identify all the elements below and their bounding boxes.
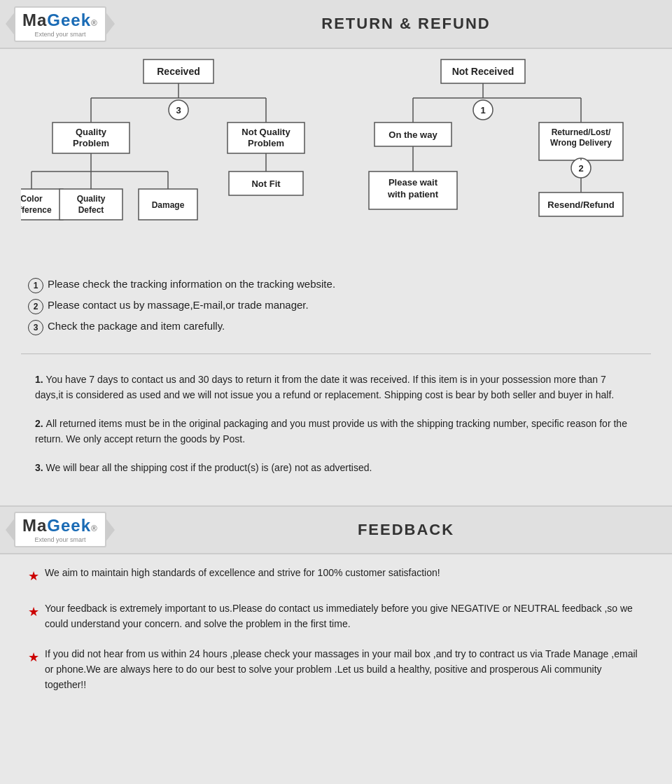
svg-text:Quality: Quality [77, 194, 106, 204]
point-text-2: Please contact us by massage,E-mail,or t… [48, 298, 309, 314]
points-section: 1 Please check the tracking information … [0, 266, 672, 346]
point-item-2: 2 Please contact us by massage,E-mail,or… [28, 298, 644, 314]
num-label-2: 2. [35, 418, 46, 429]
logo-badge: MaGeek® Extend your smart [14, 6, 106, 42]
svg-text:Please wait: Please wait [388, 177, 438, 188]
page: MaGeek® Extend your smart RETURN & REFUN… [0, 0, 672, 718]
svg-text:Problem: Problem [73, 138, 109, 148]
flowchart-svg: Received 3 Quality Problem Not Quality P… [21, 52, 651, 255]
feedback-logo-arrow-left [6, 517, 15, 542]
feedback-logo-reg: ® [91, 524, 98, 533]
divider-1 [21, 354, 651, 354]
feedback-title: FEEDBACK [154, 521, 658, 539]
feedback-item-1: ★ We aim to maintain high standards of e… [28, 565, 644, 587]
num-label-3: 3. [35, 462, 46, 473]
point-circle-1: 1 [28, 278, 43, 293]
flowchart-wrapper: Received 3 Quality Problem Not Quality P… [0, 49, 672, 266]
feedback-logo-badge: MaGeek® Extend your smart [14, 512, 106, 547]
point-circle-3: 3 [28, 320, 43, 335]
feedback-text-2: Your feedback is extremely important to … [45, 601, 644, 632]
feedback-text-3: If you did not hear from us within 24 ho… [45, 646, 644, 693]
logo-subtitle: Extend your smart [34, 31, 85, 38]
feedback-section: ★ We aim to maintain high standards of e… [0, 554, 672, 718]
svg-text:3: 3 [176, 105, 181, 115]
feedback-logo-ma: Ma [22, 516, 47, 535]
logo-reg: ® [91, 18, 98, 28]
star-icon-3: ★ [28, 648, 39, 668]
feedback-item-2: ★ Your feedback is extremely important t… [28, 601, 644, 632]
feedback-header: MaGeek® Extend your smart FEEDBACK [0, 505, 672, 554]
return-title: RETURN & REFUND [154, 15, 658, 33]
numbered-item-2: 2. All returned items must be in the ori… [35, 416, 637, 447]
feedback-item-3: ★ If you did not hear from us within 24 … [28, 646, 644, 693]
return-header: MaGeek® Extend your smart RETURN & REFUN… [0, 0, 672, 49]
svg-text:Defect: Defect [78, 205, 104, 215]
feedback-logo-subtitle: Extend your smart [34, 536, 85, 543]
svg-text:Not Quality: Not Quality [241, 127, 290, 137]
logo-arrow-right [105, 11, 115, 36]
svg-text:Quality: Quality [76, 127, 107, 137]
logo-text: MaGeek® [22, 10, 98, 30]
svg-text:Wrong Delivery: Wrong Delivery [550, 138, 612, 148]
feedback-logo-text: MaGeek® [22, 516, 98, 536]
feedback-logo-container: MaGeek® Extend your smart [14, 512, 154, 547]
svg-text:Not Fit: Not Fit [251, 178, 281, 189]
star-icon-2: ★ [28, 602, 39, 622]
logo-container: MaGeek® Extend your smart [14, 6, 154, 42]
point-item-1: 1 Please check the tracking information … [28, 276, 644, 293]
svg-text:difference: difference [21, 205, 52, 215]
numbered-item-3: 3. We will bear all the shipping cost if… [35, 460, 637, 475]
svg-text:Received: Received [157, 66, 200, 77]
feedback-text-1: We aim to maintain high standards of exc… [45, 565, 440, 580]
point-text-3: Check the package and item carefully. [48, 318, 225, 335]
svg-text:2: 2 [578, 163, 583, 174]
numbered-item-1: 1. You have 7 days to contact us and 30 … [35, 372, 637, 403]
svg-text:Damage: Damage [152, 200, 185, 210]
svg-text:1: 1 [480, 105, 485, 115]
point-text-1: Please check the tracking information on… [48, 276, 335, 293]
svg-text:Not  Received: Not Received [452, 66, 514, 77]
logo-geek: Geek [47, 10, 91, 29]
svg-text:Color: Color [21, 194, 43, 204]
num-label-1: 1. [35, 374, 46, 385]
svg-text:with patient: with patient [387, 189, 439, 200]
num-text-1: You have 7 days to contact us and 30 day… [35, 374, 614, 400]
logo-ma: Ma [22, 10, 47, 29]
feedback-logo-arrow-right [105, 517, 115, 542]
svg-text:On the way: On the way [388, 130, 438, 140]
feedback-logo-geek: Geek [47, 516, 91, 535]
numbered-section: 1. You have 7 days to contact us and 30 … [0, 361, 672, 498]
num-text-2: All returned items must be in the origin… [35, 418, 627, 444]
star-icon-1: ★ [28, 566, 39, 587]
svg-text:Returned/Lost/: Returned/Lost/ [552, 127, 611, 137]
num-text-3: We will bear all the shipping cost if th… [46, 462, 372, 473]
svg-text:Resend/Refund: Resend/Refund [547, 200, 614, 210]
svg-text:Problem: Problem [248, 138, 284, 148]
logo-arrow-left [6, 11, 15, 36]
point-circle-2: 2 [28, 299, 43, 314]
point-item-3: 3 Check the package and item carefully. [28, 318, 644, 335]
